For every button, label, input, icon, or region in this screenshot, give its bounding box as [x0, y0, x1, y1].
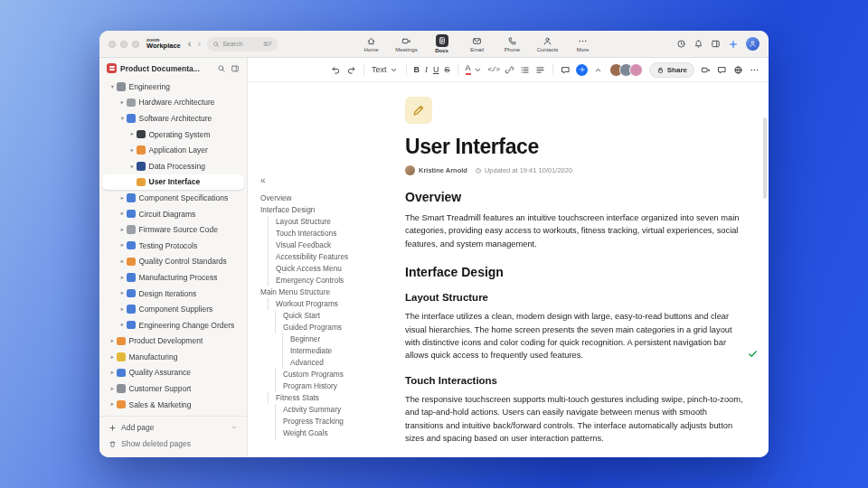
chevron-icon[interactable]: ▸ [128, 164, 137, 170]
resolved-check-icon[interactable] [748, 349, 758, 359]
chevron-icon[interactable]: ▸ [108, 401, 117, 408]
video-camera-icon[interactable] [701, 65, 711, 75]
section-heading-interface-design[interactable]: Interface Design [405, 265, 745, 279]
tab-contacts[interactable]: Contacts [531, 33, 564, 55]
underline-button[interactable]: U [433, 61, 439, 78]
chevron-icon[interactable]: ▸ [108, 338, 117, 344]
sidebar-item-firmware-source-code[interactable]: ▸Firmware Source Code [102, 221, 244, 238]
back-button[interactable]: ‹ [188, 39, 192, 49]
sidebar-item-manufacturing-process[interactable]: ▸Manufacturing Process [102, 269, 244, 286]
new-item-plus-icon[interactable] [728, 39, 739, 50]
outline-collapse-button[interactable]: « [260, 176, 396, 185]
document-body[interactable]: User Interface Kristine Arnold Updated a… [403, 82, 769, 457]
chat-icon[interactable] [717, 65, 727, 75]
sidebar-item-manufacturing[interactable]: ▸Manufacturing [102, 349, 244, 365]
text-color-button[interactable]: A [466, 61, 483, 78]
panel-toggle-icon[interactable] [711, 39, 721, 49]
align-button[interactable] [535, 61, 545, 78]
chevron-icon[interactable]: ▸ [118, 242, 127, 249]
collapse-toolbar-button[interactable] [593, 61, 603, 78]
chevron-icon[interactable]: ▸ [118, 290, 127, 296]
outline-item-activity-summary[interactable]: Activity Summary [275, 404, 396, 416]
bullet-list-button[interactable] [520, 61, 530, 78]
sidebar-item-circuit-diagrams[interactable]: ▸Circuit Diagrams [102, 206, 244, 222]
chevron-icon[interactable]: ▸ [118, 275, 127, 281]
chevron-icon[interactable]: ▸ [108, 370, 117, 376]
sidebar-item-sales-marketing[interactable]: ▸Sales & Marketing [102, 397, 244, 413]
sidebar-item-hardware-architecture[interactable]: ▸Hardware Architecture [102, 95, 244, 111]
outline-item-advanced[interactable]: Advanced [282, 357, 396, 369]
outline-item-weight-goals[interactable]: Weight Goals [275, 427, 396, 439]
outline-item-touch-interactions[interactable]: Touch Interactions [268, 228, 396, 239]
global-search-input[interactable]: Search ⌘F [207, 37, 278, 52]
outline-item-layout-structure[interactable]: Layout Structure [268, 216, 396, 228]
chevron-icon[interactable]: ▸ [118, 306, 127, 313]
outline-item-interface-design[interactable]: Interface Design [260, 204, 396, 216]
outline-item-accessibility-features[interactable]: Accessibility Features [268, 251, 396, 263]
collaborator-avatar[interactable] [629, 63, 643, 77]
chevron-icon[interactable]: ▸ [128, 131, 137, 137]
user-avatar[interactable] [746, 37, 760, 51]
outline-item-beginner[interactable]: Beginner [282, 333, 396, 345]
sidebar-item-engineering-change-orders[interactable]: ▸Engineering Change Orders [102, 317, 244, 333]
sidebar-item-user-interface[interactable]: User Interface [102, 174, 244, 191]
chevron-icon[interactable]: ▸ [118, 258, 127, 265]
forward-button[interactable]: › [197, 39, 201, 49]
section-heading-touch-interactions[interactable]: Touch Interactions [405, 375, 745, 386]
text-style-button[interactable]: Text [372, 61, 399, 78]
show-deleted-pages-button[interactable]: Show deleted pages [105, 436, 241, 452]
code-button[interactable]: </> [488, 61, 500, 78]
outline-item-emergency-controls[interactable]: Emergency Controls [268, 275, 396, 286]
chevron-icon[interactable]: ▸ [108, 386, 117, 392]
sidebar-item-data-processing[interactable]: ▸Data Processing [102, 158, 244, 174]
minimize-window-button[interactable] [120, 41, 127, 48]
link-button[interactable] [505, 61, 514, 78]
tab-docs[interactable]: Docs [425, 33, 458, 55]
sidebar-item-customer-support[interactable]: ▸Customer Support [102, 380, 244, 397]
tab-more[interactable]: More [566, 33, 599, 55]
outline-item-quick-start[interactable]: Quick Start [275, 310, 396, 322]
chevron-icon[interactable]: ▸ [118, 195, 127, 202]
sidebar-collapse-icon[interactable] [231, 64, 240, 73]
sidebar-item-operating-system[interactable]: ▸Operating System [102, 127, 244, 143]
chevron-icon[interactable]: ▸ [108, 354, 117, 361]
sidebar-item-engineering[interactable]: ▾Engineering [102, 79, 244, 95]
outline-item-main-menu-structure[interactable]: Main Menu Structure [260, 286, 396, 298]
document-title[interactable]: User Interface [405, 135, 745, 159]
outline-item-guided-programs[interactable]: Guided Programs [275, 322, 396, 333]
share-button[interactable]: Share [649, 62, 694, 78]
tab-email[interactable]: Email [460, 33, 494, 55]
chevron-icon[interactable]: ▾ [118, 116, 127, 122]
outline-item-custom-programs[interactable]: Custom Programs [275, 369, 396, 380]
document-emoji-icon[interactable] [405, 97, 432, 124]
chevron-icon[interactable]: ▸ [118, 322, 127, 328]
close-window-button[interactable] [108, 41, 116, 48]
italic-button[interactable]: I [425, 61, 428, 78]
outline-item-fitness-stats[interactable]: Fitness Stats [268, 392, 396, 404]
undo-button[interactable] [331, 61, 341, 78]
zoom-window-button[interactable] [132, 41, 139, 48]
outline-item-program-history[interactable]: Program History [275, 380, 396, 392]
history-icon[interactable] [676, 39, 686, 49]
outline-item-progress-tracking[interactable]: Progress Tracking [275, 416, 396, 427]
outline-item-overview[interactable]: Overview [260, 192, 396, 204]
comment-button[interactable] [561, 61, 571, 78]
web-icon[interactable] [733, 65, 743, 75]
more-options-icon[interactable] [750, 65, 760, 75]
sidebar-item-quality-assurance[interactable]: ▸Quality Assurance [102, 365, 244, 381]
outline-item-quick-access-menu[interactable]: Quick Access Menu [268, 263, 396, 275]
paragraph-text[interactable]: The responsive touchscreen supports mult… [405, 393, 745, 446]
chevron-icon[interactable]: ▸ [118, 211, 127, 217]
redo-button[interactable] [346, 61, 356, 78]
sidebar-item-application-layer[interactable]: ▸Application Layer [102, 142, 244, 158]
sidebar-item-software-architecture[interactable]: ▾Software Architecture [102, 110, 244, 127]
paragraph-text[interactable]: The interface utilizes a clean, modern d… [405, 310, 745, 362]
tab-phone[interactable]: Phone [495, 33, 529, 55]
outline-item-intermediate[interactable]: Intermediate [282, 345, 396, 357]
chevron-icon[interactable]: ▸ [118, 227, 127, 233]
outline-item-workout-programs[interactable]: Workout Programs [268, 298, 396, 310]
sidebar-item-design-iterations[interactable]: ▸Design Iterations [102, 286, 244, 302]
sidebar-item-component-suppliers[interactable]: ▸Component Suppliers [102, 301, 244, 317]
paragraph-text[interactable]: The Smart Treadmill features an intuitiv… [405, 211, 745, 250]
sidebar-item-quality-control-standards[interactable]: ▸Quality Control Standards [102, 254, 244, 270]
